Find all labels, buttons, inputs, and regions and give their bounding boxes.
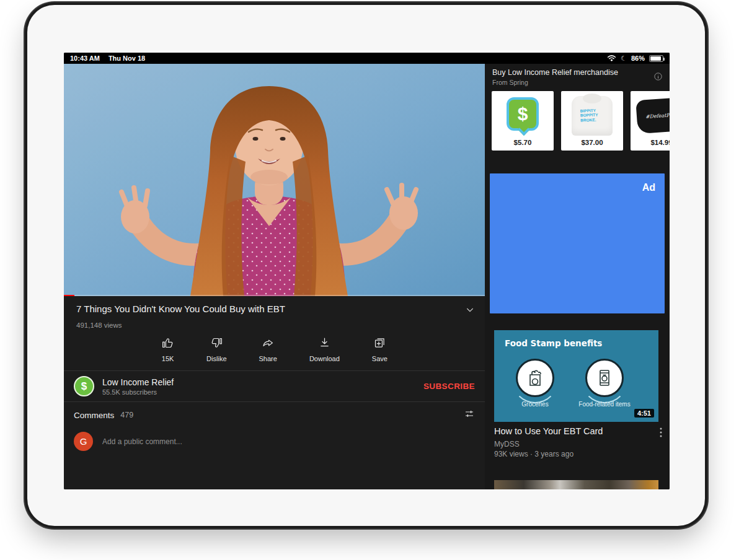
comment-input-placeholder[interactable]: Add a public comment... <box>102 437 182 446</box>
subscribe-button[interactable]: SUBSCRIBE <box>422 378 476 395</box>
info-icon[interactable] <box>653 72 663 84</box>
status-date: Thu Nov 18 <box>108 55 145 62</box>
kebab-menu-icon[interactable] <box>656 427 666 440</box>
battery-icon <box>649 55 663 62</box>
share-button[interactable]: Share <box>259 336 277 362</box>
thumbnail-item-label: Groceries <box>501 401 569 408</box>
video-progress-bar[interactable] <box>64 295 485 297</box>
dollar-sticker-graphic: $ <box>507 97 539 131</box>
user-avatar[interactable]: G <box>74 432 93 451</box>
comments-header[interactable]: Comments 479 <box>64 402 485 427</box>
dollar-glyph: $ <box>518 103 528 125</box>
related-sidebar: Buy Low Income Relief merchandise From S… <box>485 64 670 489</box>
page: 10:43 AM Thu Nov 18 ☾ 86% <box>0 0 744 560</box>
fanny-pack-print-text: #DefeatPoverty <box>645 111 670 119</box>
do-not-disturb-moon-icon: ☾ <box>621 55 627 62</box>
comments-sort-icon[interactable] <box>464 408 475 422</box>
merch-subtitle: From Spring <box>492 79 528 86</box>
channel-avatar[interactable]: $ <box>74 376 94 396</box>
save-playlist-icon <box>373 336 386 352</box>
like-count: 15K <box>162 355 174 362</box>
watch-column: 7 Things You Didn't Know You Could Buy w… <box>64 64 485 489</box>
merch-product-sticker[interactable]: $ $5.70 <box>492 91 554 151</box>
download-icon <box>318 336 331 352</box>
thumbnail-item-label: Food-related items <box>570 401 639 408</box>
groceries-circle-icon <box>516 359 554 397</box>
comments-count: 479 <box>120 411 464 419</box>
merch-product-fanny-pack[interactable]: #DefeatPoverty $14.99 <box>631 91 670 151</box>
tablet-frame: 10:43 AM Thu Nov 18 ☾ 86% <box>27 5 705 526</box>
recommended-channel-name[interactable]: MyDSS <box>494 440 520 448</box>
product-price: $14.99 <box>650 139 670 146</box>
battery-percent: 86% <box>631 55 645 62</box>
chevron-down-icon[interactable] <box>465 304 475 317</box>
fanny-pack-graphic: #DefeatPoverty <box>636 97 670 134</box>
food-items-circle-icon <box>585 359 624 397</box>
share-label: Share <box>259 355 277 362</box>
save-label: Save <box>372 355 388 362</box>
recommended-video-meta: 93K views · 3 years ago <box>494 450 574 458</box>
ad-badge: Ad <box>642 182 655 193</box>
status-time: 10:43 AM <box>70 55 100 62</box>
save-button[interactable]: Save <box>372 336 388 362</box>
product-price: $5.70 <box>514 139 532 146</box>
hoodie-graphic: BIPPITY BOPPITY BROKE. <box>572 96 613 136</box>
hoodie-print-text: BIPPITY BOPPITY BROKE. <box>580 108 598 123</box>
like-button[interactable]: 15K <box>161 336 174 362</box>
merch-product-hoodie[interactable]: BIPPITY BOPPITY BROKE. $37.00 <box>561 91 623 151</box>
wifi-icon <box>607 55 616 63</box>
download-label: Download <box>309 355 340 362</box>
display-ad[interactable]: Ad <box>490 173 665 313</box>
video-player[interactable] <box>64 64 485 296</box>
channel-name: Low Income Relief <box>102 377 422 387</box>
view-count: 491,148 views <box>64 317 485 329</box>
recommended-video-thumbnail[interactable]: Food Stamp benefits Groceries Food-relat… <box>494 330 658 422</box>
recommended-video-title[interactable]: How to Use Your EBT Card <box>494 426 651 436</box>
channel-row[interactable]: $ Low Income Relief 55.5K subscribers SU… <box>64 371 485 401</box>
product-price: $37.00 <box>581 139 603 146</box>
video-title: 7 Things You Didn't Know You Could Buy w… <box>76 304 285 315</box>
next-thumbnail-partial[interactable] <box>494 480 658 489</box>
video-frame-presenter <box>64 64 485 296</box>
thumbnail-title: Food Stamp benefits <box>505 338 602 348</box>
app-screen: 10:43 AM Thu Nov 18 ☾ 86% <box>64 53 670 489</box>
dislike-label: Dislike <box>206 355 226 362</box>
share-icon <box>262 336 275 352</box>
download-button[interactable]: Download <box>309 336 340 362</box>
merch-products: $ $5.70 BIPPITY BOPPITY BROKE. $37.00 #D… <box>492 91 670 151</box>
add-comment-row[interactable]: G Add a public comment... <box>64 427 485 455</box>
merch-title: Buy Low Income Relief merchandise <box>492 68 649 77</box>
action-bar: 15K Dislike Share Download <box>64 329 485 370</box>
video-progress-fill <box>64 295 74 297</box>
subscriber-count: 55.5K subscribers <box>102 388 422 396</box>
thumbs-up-icon <box>161 336 174 352</box>
status-bar: 10:43 AM Thu Nov 18 ☾ 86% <box>64 53 670 64</box>
video-duration-badge: 4:51 <box>634 409 654 418</box>
comments-title: Comments <box>74 411 114 420</box>
dislike-button[interactable]: Dislike <box>206 336 226 362</box>
thumbs-down-icon <box>210 336 223 352</box>
